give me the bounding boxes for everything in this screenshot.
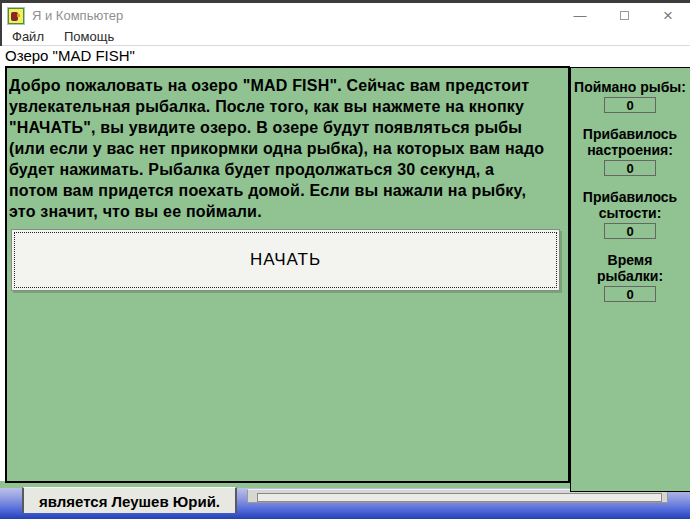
lake-caption: Озеро "MAD FISH" (5, 47, 135, 64)
close-icon: × (663, 6, 673, 26)
title-bar: Я и Компьютер — × (2, 3, 690, 28)
window-controls: — × (558, 3, 690, 28)
menu-bar: Файл Помощь (0, 28, 690, 46)
minimize-button[interactable]: — (558, 3, 602, 28)
counter-label: Прибавилось сытости: (571, 189, 689, 221)
start-button[interactable]: НАЧАТЬ (11, 229, 560, 291)
welcome-text: Добро пожаловать на озеро "MAD FISH". Се… (9, 75, 568, 222)
counter-value-box: 0 (604, 223, 656, 239)
welcome-text-line: (или если у вас нет прикормки одна рыбка… (9, 138, 568, 159)
counter-label: Прибавилось настроения: (571, 126, 689, 158)
welcome-text-line: потом вам придется поехать домой. Если в… (9, 180, 568, 201)
maximize-button[interactable] (602, 3, 646, 28)
counter-value-box: 0 (604, 97, 656, 113)
stats-panel: Поймано рыбы: 0 Прибавилось настроения: … (570, 67, 690, 492)
window-border-top (0, 0, 690, 3)
welcome-text-line: будет нажимать. Рыбалка будет продолжать… (9, 159, 568, 180)
counter-value-box: 0 (604, 160, 656, 176)
counter-mood-gained: Прибавилось настроения: 0 (571, 126, 689, 177)
minimize-icon: — (574, 8, 587, 23)
counter-fishing-time: Время рыбалки: 0 (571, 252, 689, 303)
author-label: является Леушев Юрий. (22, 487, 237, 513)
welcome-text-line: это значит, что вы ее поймали. (9, 201, 568, 222)
app-icon-dot (17, 14, 20, 17)
app-icon (8, 8, 24, 24)
counter-satiety-gained: Прибавилось сытости: 0 (571, 189, 689, 240)
app-window: Я и Компьютер — × Файл Помощь Озеро "MAD… (0, 0, 690, 519)
close-button[interactable]: × (646, 3, 690, 28)
window-border-left (0, 0, 2, 46)
footer-bar-groove (257, 493, 662, 502)
welcome-text-line: Добро пожаловать на озеро "MAD FISH". Се… (9, 75, 568, 96)
window-title: Я и Компьютер (32, 8, 123, 23)
menu-item-file[interactable]: Файл (12, 29, 44, 44)
main-panel: Добро пожаловать на озеро "MAD FISH". Се… (5, 66, 570, 483)
counter-value-box: 0 (604, 286, 656, 302)
welcome-text-line: увлекательная рыбалка. После того, как в… (9, 96, 568, 117)
counter-fish-caught: Поймано рыбы: 0 (571, 79, 689, 114)
menu-item-help[interactable]: Помощь (64, 29, 114, 44)
maximize-icon (620, 11, 629, 20)
counter-label: Время рыбалки: (590, 252, 670, 284)
welcome-text-line: "НАЧАТЬ", вы увидите озеро. В озере буду… (9, 117, 568, 138)
counter-label: Поймано рыбы: (571, 79, 689, 95)
